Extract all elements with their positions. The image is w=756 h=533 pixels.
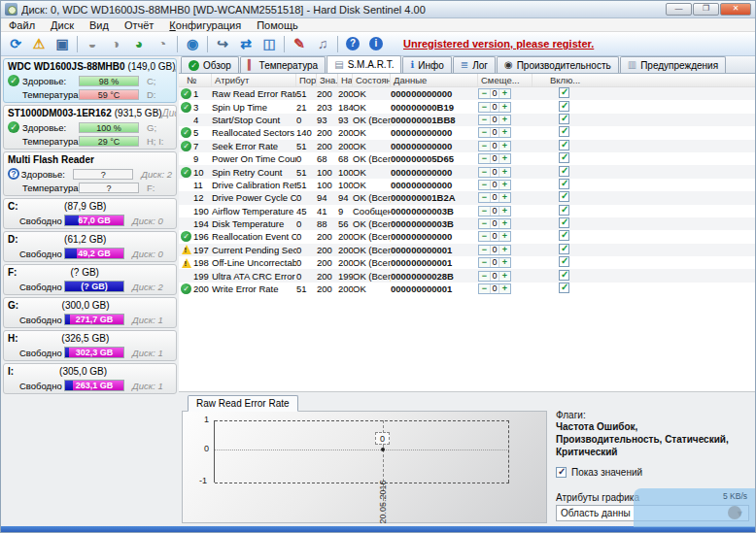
disk-panel-1[interactable]: ST1000DM003-1ER162(931,5 GB)Диск: 1✓Здор… — [3, 105, 177, 150]
menu-item-configuration[interactable]: Конфигурация — [161, 19, 249, 31]
column-header-6[interactable]: Данные — [391, 74, 478, 86]
offset-increase-button[interactable]: + — [499, 272, 510, 281]
tab-log[interactable]: ≣Лог — [453, 56, 496, 73]
tab-alerts[interactable]: ▥Предупреждения — [620, 56, 726, 73]
offset-decrease-button[interactable]: − — [479, 154, 490, 163]
attribute-enabled-checkbox[interactable] — [559, 179, 569, 189]
offset-increase-button[interactable]: + — [499, 232, 510, 241]
column-header-4[interactable]: Наи... — [338, 74, 353, 86]
attribute-enabled-checkbox[interactable] — [559, 283, 569, 293]
offset-increase-button[interactable]: + — [499, 89, 510, 98]
register-link[interactable]: Unregistered version, please register. — [403, 38, 594, 50]
attribute-enabled-checkbox[interactable] — [559, 230, 569, 241]
menu-item-disk[interactable]: Диск — [43, 19, 82, 31]
offset-increase-button[interactable]: + — [499, 246, 510, 254]
column-header-0[interactable]: № — [179, 74, 212, 86]
offset-decrease-button[interactable]: − — [479, 284, 490, 293]
close-button[interactable]: ✕ — [720, 3, 751, 16]
volume-panel-G[interactable]: G:(300,0 GB)Свободно271,7 GBДиск: 1 — [3, 297, 177, 328]
volume-panel-H[interactable]: H:(326,5 GB)Свободно302,3 GBДиск: 1 — [3, 330, 177, 361]
smart-attribute-row[interactable]: 11Drive Calibration Retry ...51100100OK0… — [179, 179, 755, 191]
attribute-enabled-checkbox[interactable] — [559, 114, 569, 124]
column-header-7[interactable]: Смеще... — [478, 74, 533, 86]
offset-decrease-button[interactable]: − — [479, 258, 490, 267]
offset-decrease-button[interactable]: − — [479, 246, 490, 254]
offset-decrease-button[interactable]: − — [479, 168, 490, 177]
smart-attribute-row[interactable]: ✓10Spin Retry Count51100100OK00000000000… — [179, 165, 755, 178]
refresh-icon[interactable]: ⟳ — [4, 34, 27, 54]
offset-decrease-button[interactable]: − — [479, 207, 490, 216]
offset-increase-button[interactable]: + — [499, 142, 510, 150]
column-header-5[interactable]: Состояние — [353, 74, 391, 86]
menu-item-file[interactable]: Файл — [1, 19, 43, 31]
world-icon[interactable]: ◉ — [181, 34, 204, 54]
tab-smart[interactable]: ▤S.M.A.R.T. — [326, 55, 401, 73]
column-header-1[interactable]: Атрибут — [212, 74, 296, 86]
offset-decrease-button[interactable]: − — [479, 89, 490, 98]
offset-decrease-button[interactable]: − — [479, 128, 490, 137]
disk-panel-2[interactable]: Multi Flash Reader?Здоровье:?Диск: 2Темп… — [3, 151, 177, 196]
volume-panel-C[interactable]: C:(87,9 GB)Свободно67,0 GBДиск: 0 — [3, 198, 177, 229]
offset-increase-button[interactable]: + — [499, 207, 510, 216]
offset-increase-button[interactable]: + — [499, 103, 510, 112]
tab-temperature[interactable]: ▍Температура — [240, 56, 326, 73]
column-header-2[interactable]: Пор... — [296, 74, 317, 86]
attribute-enabled-checkbox[interactable] — [559, 152, 569, 163]
smart-attribute-row[interactable]: ✓5Reallocated Sectors Co...140200200OK00… — [179, 126, 755, 139]
smart-attribute-row[interactable]: ✓7Seek Error Rate51200200OK000000000000−… — [179, 140, 755, 152]
offset-increase-button[interactable]: + — [499, 193, 510, 202]
sound-icon[interactable]: ♫ — [311, 34, 334, 54]
smart-attribute-row[interactable]: 198Off-Line Uncorrectable ...0200200OK (… — [179, 256, 755, 269]
offset-decrease-button[interactable]: − — [479, 103, 490, 112]
offset-decrease-button[interactable]: − — [479, 232, 490, 241]
offset-increase-button[interactable]: + — [499, 284, 510, 293]
offset-decrease-button[interactable]: − — [479, 219, 490, 228]
report-monitor-icon[interactable]: ✎ — [288, 34, 311, 54]
attribute-enabled-checkbox[interactable] — [559, 217, 569, 228]
tab-overview[interactable]: ✓Обзор — [181, 56, 239, 73]
disk-restore-icon[interactable]: ◑ — [104, 34, 127, 54]
offset-decrease-button[interactable]: − — [479, 181, 490, 189]
attribute-enabled-checkbox[interactable] — [559, 101, 569, 112]
offset-increase-button[interactable]: + — [499, 219, 510, 228]
attribute-enabled-checkbox[interactable] — [559, 244, 569, 254]
offset-decrease-button[interactable]: − — [479, 142, 490, 150]
maximize-button[interactable]: ❐ — [693, 3, 719, 16]
offset-increase-button[interactable]: + — [499, 116, 510, 124]
display-icon[interactable]: ▣ — [51, 34, 74, 54]
smart-attribute-row[interactable]: 194Disk Temperature08856OK (Всегда...000… — [179, 217, 755, 230]
attribute-enabled-checkbox[interactable] — [559, 205, 569, 216]
attribute-enabled-checkbox[interactable] — [559, 140, 569, 150]
offset-decrease-button[interactable]: − — [479, 116, 490, 124]
column-header-3[interactable]: Зна... — [317, 74, 338, 86]
volume-panel-I[interactable]: I:(305,0 GB)Свободно263,1 GBДиск: 1 — [3, 363, 177, 394]
offset-increase-button[interactable]: + — [499, 181, 510, 189]
smart-attribute-row[interactable]: 197Current Pending Sector...0200200OK (В… — [179, 244, 755, 256]
exit-icon[interactable]: ↪ — [211, 34, 234, 54]
smart-attribute-row[interactable]: ✓1Raw Read Error Rate51200200OK000000000… — [179, 87, 755, 100]
offset-decrease-button[interactable]: − — [479, 272, 490, 281]
smart-attribute-row[interactable]: 9Power On Time Count06868OK (Всегда...00… — [179, 152, 755, 165]
offset-increase-button[interactable]: + — [499, 258, 510, 267]
show-values-checkbox[interactable] — [556, 467, 567, 478]
menu-item-view[interactable]: Вид — [82, 19, 117, 31]
tab-info[interactable]: ℹИнфо — [402, 56, 451, 73]
minimize-button[interactable]: — — [666, 3, 692, 16]
disk-accept-icon[interactable]: ◕ — [127, 34, 151, 54]
attribute-enabled-checkbox[interactable] — [559, 270, 569, 281]
info-icon[interactable]: i — [364, 34, 388, 54]
smart-attribute-row[interactable]: ✓196Reallocation Event Count0200200OK (В… — [179, 230, 755, 243]
disk-panel-0[interactable]: WDC WD1600JS-88MHB0(149,0 GB)Диск:✓Здоро… — [3, 58, 177, 103]
smart-attribute-row[interactable]: 12Drive Power Cycle Count09494OK (Всегда… — [179, 191, 755, 204]
tab-performance[interactable]: ◉Производительность — [497, 56, 619, 73]
offset-increase-button[interactable]: + — [499, 168, 510, 177]
problems-icon[interactable]: ⚠ — [27, 34, 51, 54]
volume-panel-F[interactable]: F:(? GB)Свободно(? GB)Диск: 2 — [3, 264, 177, 295]
column-header-8[interactable]: Вклю... — [533, 74, 591, 86]
smart-attribute-row[interactable]: 4Start/Stop Count09393OK (Всегда...00000… — [179, 114, 755, 126]
menu-item-help[interactable]: Помощь — [249, 19, 306, 31]
smart-attribute-row[interactable]: 190Airflow Temperature45419Сообщен...000… — [179, 205, 755, 217]
offset-increase-button[interactable]: + — [499, 154, 510, 163]
attribute-enabled-checkbox[interactable] — [559, 126, 569, 137]
volume-panel-D[interactable]: D:(61,2 GB)Свободно49,2 GBДиск: 0 — [3, 231, 177, 262]
